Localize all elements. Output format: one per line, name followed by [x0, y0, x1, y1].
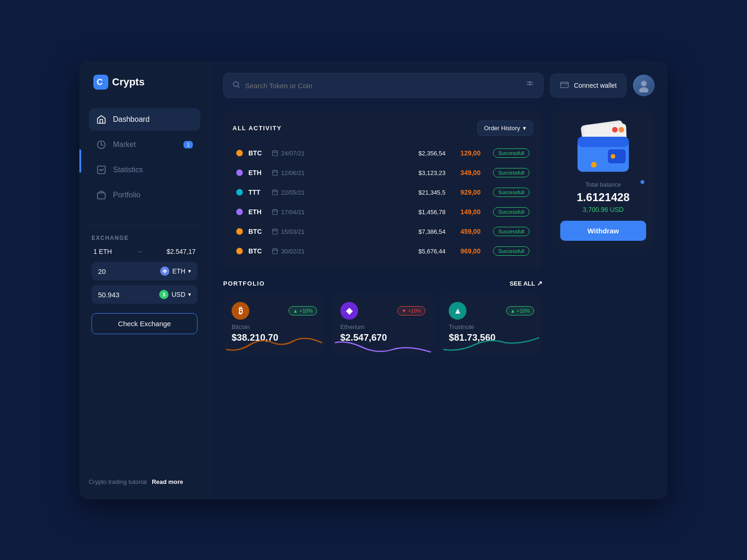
portfolio-card-ttt[interactable]: ▲ ▲ +10% Trustnote $81.73,560: [440, 294, 543, 354]
portfolio-badge: ▲ +10%: [506, 306, 534, 315]
status-badge: Successfull: [493, 148, 529, 158]
app-container: C Crypts Dashboard: [79, 61, 668, 499]
dashboard-label: Dashboard: [113, 115, 149, 124]
badge-arrow: ▼: [402, 308, 407, 314]
activity-row[interactable]: ETH 12/06/21 $3,123,23 349,00 Successful…: [233, 163, 533, 182]
order-history-button[interactable]: Order History ▾: [477, 120, 533, 136]
avatar[interactable]: [633, 75, 655, 96]
exchange-title: EXCHANGE: [92, 235, 197, 241]
wallet-dot: [641, 180, 644, 184]
coin-color-dot: [236, 169, 243, 176]
svg-rect-13: [561, 82, 569, 88]
chart-area: [332, 329, 434, 354]
active-indicator: [79, 149, 81, 173]
sidebar-item-portfolio[interactable]: Portfolio: [89, 184, 200, 206]
exchange-rate-from: 1 ETH: [93, 248, 112, 255]
eth-dot: [160, 266, 169, 276]
usd-chevron-icon: ▾: [188, 291, 191, 298]
portfolio-header: PORTFOLIO SEE ALL ↗: [223, 280, 543, 287]
eth-label: ETH: [172, 267, 185, 275]
calendar-icon: [272, 169, 278, 176]
svg-point-7: [529, 82, 531, 83]
eth-currency-selector[interactable]: ETH ▾: [160, 266, 191, 276]
amount-cell: $21,345,5: [418, 189, 460, 196]
activity-row[interactable]: TTT 22/05/21 $21,345,5 929,00 Successful…: [233, 182, 533, 202]
svg-point-30: [619, 127, 624, 133]
portfolio-label: Portfolio: [113, 191, 141, 199]
coin-color-dot: [236, 209, 243, 215]
exchange-rate-to: $2.547,17: [167, 248, 196, 255]
portfolio-card-header: ▲ ▲ +10%: [449, 302, 534, 320]
see-all-button[interactable]: SEE ALL ↗: [510, 280, 543, 287]
chart-area: [440, 329, 543, 354]
svg-text:C: C: [97, 77, 103, 87]
coin-color-dot: [236, 248, 243, 254]
amount-cell: $1,456,78: [418, 209, 460, 216]
svg-marker-5: [162, 269, 167, 273]
activity-row[interactable]: BTC 15/03/21 $7,386,54 459,00 Successful…: [233, 222, 533, 241]
read-more-link[interactable]: Read more: [152, 478, 183, 485]
order-history-label: Order History: [484, 125, 520, 132]
left-panel: ALL ACTIVITY Order History ▾ BTC 24/07/2…: [223, 111, 543, 487]
coin-name: BTC: [248, 149, 272, 157]
activity-table: BTC 24/07/21 $2,356,54 129,00 Successful…: [233, 143, 533, 261]
activity-title: ALL ACTIVITY: [233, 125, 282, 132]
exchange-arrow: →: [136, 248, 142, 255]
avatar-image: [633, 75, 655, 96]
badge-arrow: ▲: [293, 308, 298, 314]
sidebar: C Crypts Dashboard: [79, 61, 210, 499]
main-content: Connect wallet ALL ACTIVITY: [210, 61, 668, 499]
sidebar-item-statistics[interactable]: Statistics: [89, 159, 200, 181]
coin-icon-ttt: ▲: [449, 302, 466, 320]
connect-wallet-label: Connect wallet: [574, 82, 617, 89]
connect-wallet-button[interactable]: Connect wallet: [550, 74, 627, 98]
badge-arrow: ▲: [510, 308, 515, 314]
coin-color-dot: [236, 189, 243, 196]
date-cell: 30/02/21: [272, 248, 418, 255]
see-all-label: SEE ALL: [510, 280, 535, 287]
date-cell: 22/05/21: [272, 189, 418, 196]
activity-row[interactable]: ETH 17/04/21 $1,456,78 149,00 Successful…: [233, 202, 533, 222]
search-input[interactable]: [245, 82, 521, 90]
chart-area: [223, 329, 325, 354]
wallet-illustration: [568, 120, 638, 176]
coin-color-dot: [236, 228, 243, 235]
check-exchange-button[interactable]: Check Exchange: [92, 313, 197, 334]
withdraw-button[interactable]: Withdraw: [560, 221, 646, 241]
coin-color-dot: [236, 150, 243, 156]
activity-header: ALL ACTIVITY Order History ▾: [233, 120, 533, 136]
exchange-input-usd[interactable]: $ USD ▾: [92, 285, 197, 304]
activity-section: ALL ACTIVITY Order History ▾ BTC 24/07/2…: [223, 111, 543, 270]
svg-rect-17: [273, 170, 278, 175]
coin-name: ETH: [248, 169, 272, 176]
see-all-icon: ↗: [537, 280, 543, 287]
portfolio-card-btc[interactable]: ₿ ▲ +10% Bitcoin $38.210,70: [223, 294, 325, 354]
sidebar-item-dashboard[interactable]: Dashboard: [89, 108, 200, 131]
balance-label: Total balance: [585, 181, 621, 188]
activity-row[interactable]: BTC 24/07/21 $2,356,54 129,00 Successful…: [233, 143, 533, 163]
activity-row[interactable]: BTC 30/02/21 $5,676,44 969,00 Successful…: [233, 241, 533, 261]
exchange-usd-input[interactable]: [98, 291, 131, 299]
portfolio-badge: ▲ +10%: [289, 306, 317, 315]
exchange-amount-input[interactable]: [98, 267, 131, 275]
status-badge: Successfull: [493, 188, 529, 197]
calendar-icon: [272, 248, 278, 254]
home-icon: [96, 114, 106, 125]
date-cell: 17/04/21: [272, 209, 418, 216]
svg-rect-20: [273, 229, 278, 234]
value-cell: 459,00: [460, 228, 493, 235]
svg-rect-16: [273, 151, 278, 156]
sidebar-item-market[interactable]: Market 1: [89, 133, 200, 156]
usd-label: USD: [171, 291, 185, 298]
calendar-icon: [272, 150, 278, 156]
exchange-input-eth[interactable]: ETH ▾: [92, 262, 197, 280]
coin-icon-btc: ₿: [232, 302, 249, 320]
market-icon: [96, 140, 106, 150]
portfolio-title: PORTFOLIO: [223, 280, 265, 287]
calendar-icon: [272, 228, 278, 235]
tutorial-text: Crypto trading tutorial: [89, 478, 147, 485]
balance-usd: 3,700.96 USD: [583, 206, 624, 213]
portfolio-card-eth[interactable]: ◆ ▼ +10% Etherium $2.547,670: [332, 294, 434, 354]
usd-currency-selector[interactable]: $ USD ▾: [159, 290, 191, 299]
filter-icon[interactable]: [525, 80, 535, 91]
